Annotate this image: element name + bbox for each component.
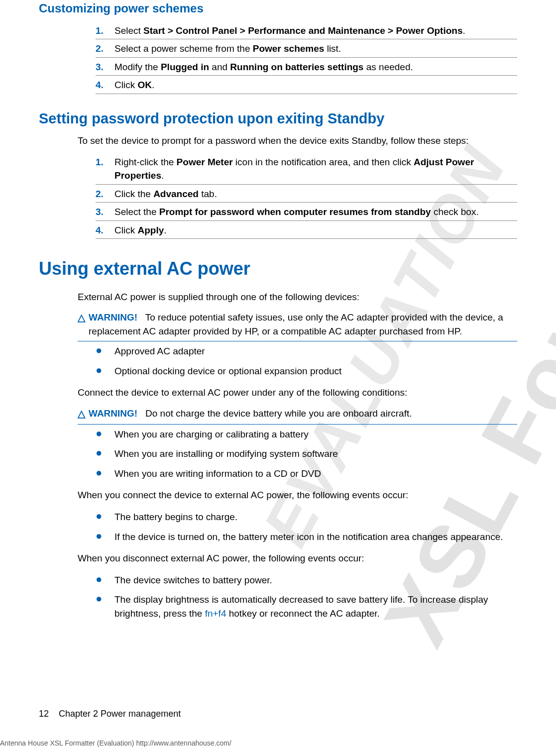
- bullet-icon: ●: [96, 510, 114, 524]
- hotkey-link: fn+f4: [205, 608, 226, 619]
- list-item: ●When you are writing information to a C…: [96, 464, 517, 484]
- step-row: 4. Click Apply.: [96, 221, 517, 239]
- warning-text: WARNING! Do not charge the device batter…: [89, 407, 517, 421]
- step-text: Click Apply.: [114, 223, 517, 237]
- bullet-icon: ●: [96, 593, 114, 620]
- page-number: 12: [39, 709, 49, 719]
- list-item: ●When you are installing or modifying sy…: [96, 444, 517, 464]
- step-row: 3. Modify the Plugged in and Running on …: [96, 58, 517, 76]
- warning-block: △ WARNING! Do not charge the device batt…: [78, 405, 517, 425]
- step-num: 4.: [96, 78, 114, 92]
- heading-customizing: Customizing power schemes: [39, 0, 517, 17]
- warning-icon: △: [78, 407, 89, 421]
- heading-standby: Setting password protection upon exiting…: [39, 108, 517, 129]
- step-num: 1.: [96, 24, 114, 38]
- list-text: Approved AC adapter: [114, 344, 517, 358]
- warning-block: △ WARNING! To reduce potential safety is…: [78, 309, 517, 341]
- ac-p4: When you disconnect external AC power, t…: [78, 551, 517, 565]
- step-num: 2.: [96, 187, 114, 201]
- step-num: 3.: [96, 205, 114, 219]
- bullet-icon: ●: [96, 364, 114, 378]
- step-row: 2. Click the Advanced tab.: [96, 185, 517, 203]
- list-item: ●The battery begins to charge.: [96, 507, 517, 527]
- standby-content: To set the device to prompt for a passwo…: [78, 134, 517, 239]
- step-row: 3. Select the Prompt for password when c…: [96, 203, 517, 221]
- heading-ac-power: Using external AC power: [39, 256, 517, 282]
- warning-text: WARNING! To reduce potential safety issu…: [89, 311, 517, 338]
- list-text: Optional docking device or optional expa…: [114, 364, 517, 378]
- step-text: Select the Prompt for password when comp…: [114, 205, 517, 219]
- step-text: Select Start > Control Panel > Performan…: [114, 24, 517, 38]
- list-text: If the device is turned on, the battery …: [114, 530, 517, 544]
- list-text: When you are writing information to a CD…: [114, 467, 517, 481]
- step-num: 4.: [96, 223, 114, 237]
- warning-icon: △: [78, 311, 89, 338]
- ac-content: External AC power is supplied through on…: [78, 290, 517, 624]
- step-num: 3.: [96, 60, 114, 74]
- ac-p3: When you connect the device to external …: [78, 488, 517, 502]
- step-text: Click the Advanced tab.: [114, 187, 517, 201]
- bullet-icon: ●: [96, 573, 114, 587]
- bullet-icon: ●: [96, 530, 114, 544]
- list-text: When you are charging or calibrating a b…: [114, 428, 517, 441]
- ac-p2: Connect the device to external AC power …: [78, 386, 517, 400]
- footer-page: 12 Chapter 2 Power management: [39, 707, 181, 720]
- standby-intro: To set the device to prompt for a passwo…: [78, 134, 517, 148]
- step-text: Right-click the Power Meter icon in the …: [114, 155, 517, 183]
- bullet-icon: ●: [96, 428, 114, 441]
- list-item: ●When you are charging or calibrating a …: [96, 425, 517, 444]
- step-row: 4. Click OK.: [96, 76, 517, 94]
- step-num: 2.: [96, 42, 114, 56]
- bullet-icon: ●: [96, 447, 114, 461]
- step-text: Modify the Plugged in and Running on bat…: [114, 60, 517, 74]
- list-item: ●If the device is turned on, the battery…: [96, 527, 517, 547]
- step-text: Select a power scheme from the Power sch…: [114, 42, 517, 56]
- step-row: 1. Select Start > Control Panel > Perfor…: [96, 21, 517, 40]
- bullet-icon: ●: [96, 467, 114, 481]
- list-text: The display brightness is automatically …: [114, 593, 517, 620]
- list-text: When you are installing or modifying sys…: [114, 447, 517, 461]
- page-content: Customizing power schemes 1. Select Star…: [0, 0, 556, 623]
- list-text: The device switches to battery power.: [114, 573, 517, 587]
- step-text: Click OK.: [114, 78, 517, 92]
- list-item: ●Approved AC adapter: [96, 341, 517, 361]
- step-row: 1. Right-click the Power Meter icon in t…: [96, 153, 517, 185]
- list-item: ●Optional docking device or optional exp…: [96, 361, 517, 381]
- ac-intro: External AC power is supplied through on…: [78, 290, 517, 304]
- footer-generator: Antenna House XSL Formatter (Evaluation)…: [0, 738, 231, 748]
- step-row: 2. Select a power scheme from the Power …: [96, 39, 517, 58]
- customizing-steps: 1. Select Start > Control Panel > Perfor…: [78, 21, 517, 94]
- step-num: 1.: [96, 155, 114, 183]
- chapter-label: Chapter 2 Power management: [59, 709, 181, 719]
- bullet-icon: ●: [96, 344, 114, 358]
- list-text: The battery begins to charge.: [114, 510, 517, 524]
- list-item: ●The device switches to battery power.: [96, 570, 517, 590]
- list-item: ●The display brightness is automatically…: [96, 590, 517, 623]
